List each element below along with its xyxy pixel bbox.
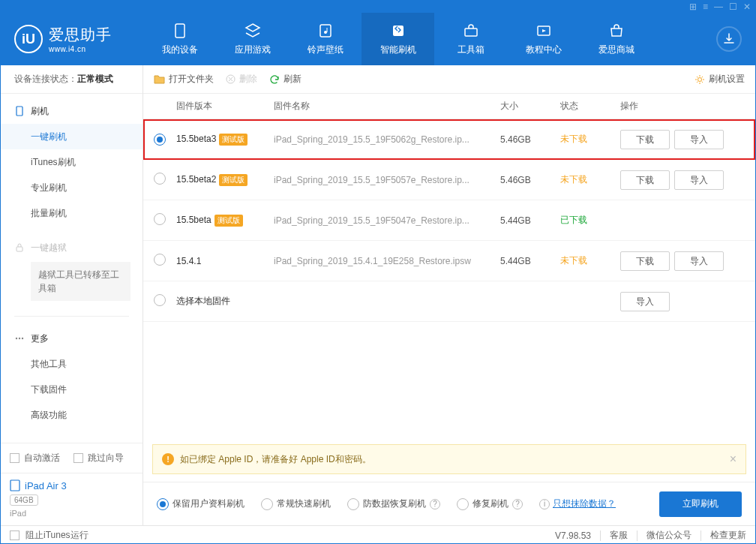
device-name[interactable]: iPad Air 3 [10,479,134,491]
col-name: 固件名称 [274,100,500,113]
nav-label: 工具箱 [458,44,484,56]
mode-radio[interactable] [157,498,169,510]
import-button[interactable]: 导入 [620,292,670,311]
firmware-status: 未下载 [560,133,620,146]
firmware-row[interactable]: 15.5beta3测试版iPad_Spring_2019_15.5_19F506… [143,119,755,160]
svg-rect-3 [393,26,404,36]
sidebar-item[interactable]: 批量刷机 [1,200,142,226]
nav-label: 智能刷机 [380,44,416,56]
nav-apps[interactable]: 应用游戏 [216,13,289,65]
wechat-link[interactable]: 微信公众号 [646,529,692,542]
info-icon[interactable]: i [539,499,550,509]
sidebar-item[interactable]: 高级功能 [1,402,142,428]
mode-radio[interactable] [347,498,359,510]
firmware-version: 选择本地固件 [176,295,274,308]
main-nav: 我的设备应用游戏铃声壁纸智能刷机工具箱教程中心爱思商城 [143,13,703,65]
auto-activate-row: 自动激活 跳过向导 [1,443,142,473]
open-folder-button[interactable]: 打开文件夹 [154,73,214,86]
refresh-button[interactable]: 刷新 [269,73,302,86]
flash-icon [14,106,25,116]
maximize-icon[interactable]: ☐ [729,2,737,12]
nav-tutorial[interactable]: 教程中心 [507,13,580,65]
sidebar-item[interactable]: 其他工具 [1,351,142,377]
download-button[interactable]: 下载 [620,170,670,190]
close-notice-button[interactable]: × [730,452,736,466]
toolbar: 打开文件夹 删除 刷新 刷机设置 [143,65,755,94]
flash-now-button[interactable]: 立即刷机 [659,491,742,517]
flash-mode-option[interactable]: 修复刷机? [457,497,523,510]
help-icon[interactable]: ? [512,499,523,509]
close-icon[interactable]: ✕ [743,2,751,12]
firmware-radio[interactable] [154,254,166,266]
sidebar-head-flash[interactable]: 刷机 [1,98,142,124]
block-itunes-checkbox[interactable] [10,530,20,540]
download-manager-button[interactable] [716,26,742,52]
download-button[interactable]: 下载 [620,130,670,149]
firmware-radio[interactable] [154,134,166,146]
import-button[interactable]: 导入 [674,251,724,271]
firmware-size: 5.46GB [500,175,560,185]
svg-point-8 [16,338,17,339]
check-update-link[interactable]: 检查更新 [710,529,746,542]
sidebar-item[interactable]: 专业刷机 [1,175,142,200]
svg-point-13 [698,77,702,81]
app-version: V7.98.53 [555,530,591,541]
nav-store[interactable]: 爱思商城 [580,13,652,65]
sidebar-head-more[interactable]: 更多 [1,326,142,351]
refresh-icon [269,74,280,85]
minimize-icon[interactable]: — [714,2,723,12]
auto-activate-checkbox[interactable] [10,453,20,463]
firmware-radio[interactable] [154,213,166,225]
help-icon[interactable]: ? [430,499,440,509]
flash-mode-option[interactable]: 防数据恢复刷机? [347,497,440,510]
firmware-radio[interactable] [154,173,166,185]
firmware-row[interactable]: 15.5beta测试版iPad_Spring_2019_15.5_19F5047… [143,200,755,241]
skip-guide-label: 跳过向导 [88,452,124,464]
jailbreak-note: 越狱工具已转移至工具箱 [31,262,130,301]
nav-device[interactable]: 我的设备 [143,13,216,65]
nav-label: 我的设备 [162,44,198,56]
firmware-table-header: 固件版本 固件名称 大小 状态 操作 [143,94,755,119]
flash-settings-button[interactable]: 刷机设置 [694,73,745,86]
erase-data-link[interactable]: 只想抹除数据？ [553,497,616,510]
firmware-row[interactable]: 15.4.1iPad_Spring_2019_15.4.1_19E258_Res… [143,241,755,281]
mode-radio[interactable] [457,498,469,510]
firmware-size: 5.44GB [500,256,560,266]
nav-label: 应用游戏 [235,44,271,56]
list-icon[interactable]: ≡ [703,2,708,12]
mode-radio[interactable] [261,498,273,510]
sidebar-head-jailbreak: 一键越狱 [1,235,142,260]
download-button[interactable]: 下载 [620,251,670,271]
firmware-list: 15.5beta3测试版iPad_Spring_2019_15.5_19F506… [143,119,755,322]
nav-music[interactable]: 铃声壁纸 [289,13,362,65]
firmware-size: 5.44GB [500,215,560,226]
status-bar: 阻止iTunes运行 V7.98.53 客服 微信公众号 检查更新 [1,525,755,544]
sidebar-item[interactable]: iTunes刷机 [1,149,142,175]
toolbox-icon [463,23,479,39]
svg-rect-11 [10,480,20,491]
import-button[interactable]: 导入 [674,170,724,190]
firmware-row[interactable]: 选择本地固件导入 [143,281,755,322]
firmware-version: 15.5beta2测试版 [176,174,274,186]
gear-icon [694,74,705,85]
flash-icon [390,23,406,39]
sidebar-item[interactable]: 下载固件 [1,377,142,402]
store-icon [608,23,625,39]
firmware-radio[interactable] [154,294,166,306]
flash-mode-option[interactable]: 保留用户资料刷机 [157,497,244,510]
svg-rect-7 [16,247,22,251]
flash-mode-option[interactable]: 常规快速刷机 [261,497,331,510]
delete-button[interactable]: 删除 [226,73,257,86]
support-link[interactable]: 客服 [610,529,628,542]
nav-flash[interactable]: 智能刷机 [362,13,434,65]
skip-guide-checkbox[interactable] [74,453,83,463]
firmware-row[interactable]: 15.5beta2测试版iPad_Spring_2019_15.5_19F505… [143,160,755,200]
import-button[interactable]: 导入 [674,130,724,149]
firmware-status: 未下载 [560,173,620,186]
grid-icon[interactable]: ⊞ [689,2,697,12]
flash-modes: 保留用户资料刷机常规快速刷机防数据恢复刷机?修复刷机? i 只想抹除数据？ 立即… [143,482,755,525]
window-titlebar: ⊞ ≡ — ☐ ✕ [1,1,755,13]
folder-icon [154,74,165,84]
sidebar-item[interactable]: 一键刷机 [1,124,142,149]
nav-toolbox[interactable]: 工具箱 [434,13,507,65]
